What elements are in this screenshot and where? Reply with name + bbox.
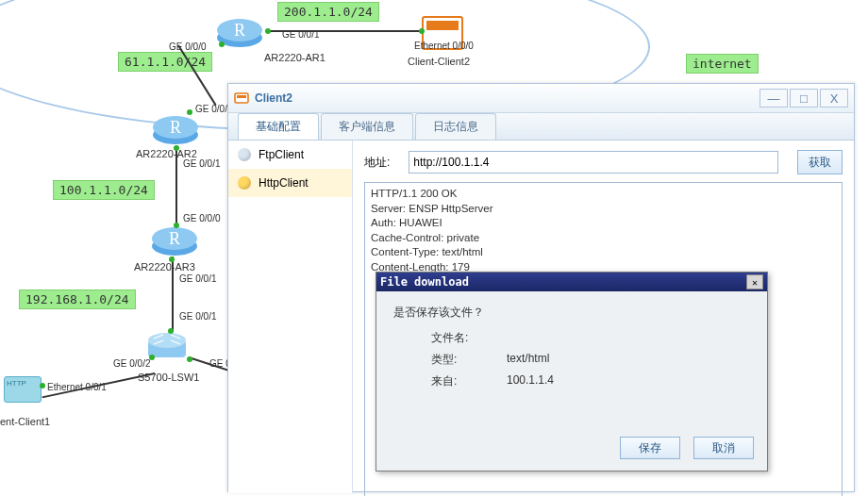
dialog-titlebar[interactable]: File download ✕ bbox=[376, 273, 767, 291]
ftp-icon bbox=[238, 148, 251, 161]
svg-text:R: R bbox=[234, 21, 245, 40]
save-button[interactable]: 保存 bbox=[620, 437, 680, 459]
router-ar2[interactable]: R bbox=[149, 108, 202, 146]
filename-label: 文件名: bbox=[431, 330, 507, 346]
svg-rect-20 bbox=[237, 95, 246, 98]
dialog-title: File download bbox=[380, 275, 746, 289]
internet-badge: internet bbox=[686, 54, 759, 74]
window-titlebar[interactable]: Client2 — □ X bbox=[228, 84, 854, 113]
window-title: Client2 bbox=[255, 91, 760, 105]
tab-basic[interactable]: 基础配置 bbox=[238, 113, 319, 140]
dialog-question: 是否保存该文件？ bbox=[393, 305, 750, 321]
type-label: 类型: bbox=[431, 352, 507, 368]
from-value: 100.1.1.4 bbox=[507, 373, 554, 389]
cancel-button[interactable]: 取消 bbox=[693, 437, 754, 459]
port: GE 0/0/1 bbox=[282, 29, 319, 40]
svg-text:R: R bbox=[170, 118, 181, 137]
tab-log[interactable]: 日志信息 bbox=[415, 113, 496, 140]
sidebar-label: HttpClient bbox=[259, 176, 309, 190]
label-client2: Client-Client2 bbox=[408, 56, 470, 67]
subnet-badge-192: 192.168.1.0/24 bbox=[19, 289, 136, 309]
app-icon bbox=[234, 91, 249, 106]
file-download-dialog: File download ✕ 是否保存该文件？ 文件名: 类型: text/h… bbox=[376, 272, 768, 471]
subnet-badge-61: 61.1.1.0/24 bbox=[118, 52, 212, 72]
dialog-close-button[interactable]: ✕ bbox=[746, 274, 763, 289]
port: GE 0/0/1 bbox=[183, 158, 220, 169]
port: GE 0/0/1 bbox=[179, 273, 216, 284]
subnet-badge-100: 100.1.1.0/24 bbox=[53, 180, 155, 200]
subnet-badge-200: 200.1.1.0/24 bbox=[277, 2, 379, 22]
http-icon bbox=[238, 176, 251, 190]
tab-bar: 基础配置 客户端信息 日志信息 bbox=[228, 113, 854, 141]
maximize-button[interactable]: □ bbox=[790, 89, 818, 107]
device-client1[interactable]: HTTP bbox=[4, 376, 42, 403]
address-input[interactable] bbox=[409, 151, 778, 174]
label-ar1: AR2220-AR1 bbox=[264, 52, 326, 63]
sidebar: FtpClient HttpClient bbox=[228, 141, 353, 493]
address-label: 地址: bbox=[364, 155, 390, 171]
port: GE 0/0/0 bbox=[183, 213, 220, 223]
port: Ethernet 0/0/1 bbox=[47, 382, 107, 392]
tab-client-info[interactable]: 客户端信息 bbox=[321, 113, 413, 140]
port: GE 0/0/1 bbox=[179, 311, 216, 322]
fetch-button[interactable]: 获取 bbox=[797, 150, 843, 174]
label-client1: ent-Client1 bbox=[0, 416, 50, 427]
port: GE 0/0/0 bbox=[169, 41, 206, 52]
svg-point-10 bbox=[148, 333, 186, 348]
svg-text:R: R bbox=[169, 229, 180, 248]
port: GE 0/0/2 bbox=[113, 358, 150, 369]
close-button[interactable]: X bbox=[820, 89, 848, 107]
port: Ethernet 0/0/0 bbox=[414, 41, 474, 51]
label-lsw: S5700-LSW1 bbox=[138, 372, 199, 383]
type-value: text/html bbox=[507, 352, 549, 368]
sidebar-item-ftpclient[interactable]: FtpClient bbox=[228, 141, 352, 169]
sidebar-label: FtpClient bbox=[259, 148, 304, 161]
label-ar3: AR2220-AR3 bbox=[134, 261, 195, 273]
from-label: 来自: bbox=[431, 373, 507, 389]
sidebar-item-httpclient[interactable]: HttpClient bbox=[228, 169, 352, 197]
minimize-button[interactable]: — bbox=[760, 89, 788, 107]
